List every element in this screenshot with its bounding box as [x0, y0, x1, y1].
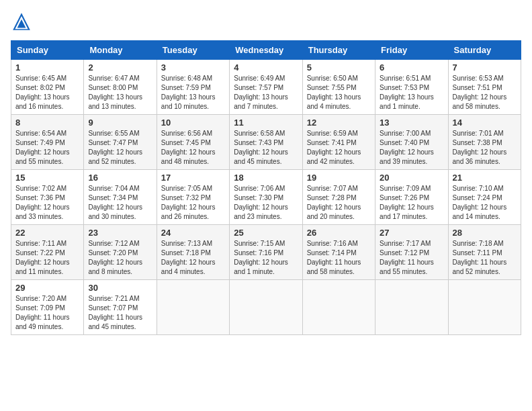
day-detail: Sunrise: 7:21 AM Sunset: 7:07 PM Dayligh…	[88, 294, 152, 332]
day-detail: Sunrise: 7:15 AM Sunset: 7:16 PM Dayligh…	[234, 239, 298, 277]
calendar: SundayMondayTuesdayWednesdayThursdayFrid…	[11, 40, 521, 335]
day-detail: Sunrise: 6:51 AM Sunset: 7:53 PM Dayligh…	[380, 74, 443, 111]
day-number: 2	[88, 62, 152, 73]
calendar-cell: 12Sunrise: 6:59 AM Sunset: 7:41 PM Dayli…	[302, 115, 375, 170]
day-detail: Sunrise: 7:10 AM Sunset: 7:24 PM Dayligh…	[453, 184, 517, 222]
calendar-cell: 20Sunrise: 7:09 AM Sunset: 7:26 PM Dayli…	[375, 170, 448, 225]
day-number: 6	[380, 62, 443, 73]
calendar-cell: 22Sunrise: 7:11 AM Sunset: 7:22 PM Dayli…	[11, 225, 84, 280]
day-detail: Sunrise: 6:55 AM Sunset: 7:47 PM Dayligh…	[88, 129, 152, 167]
calendar-cell: 7Sunrise: 6:53 AM Sunset: 7:51 PM Daylig…	[448, 60, 521, 115]
day-detail: Sunrise: 7:17 AM Sunset: 7:12 PM Dayligh…	[380, 239, 443, 277]
day-detail: Sunrise: 6:54 AM Sunset: 7:49 PM Dayligh…	[15, 129, 79, 167]
day-detail: Sunrise: 7:07 AM Sunset: 7:28 PM Dayligh…	[307, 184, 371, 222]
day-detail: Sunrise: 7:13 AM Sunset: 7:18 PM Dayligh…	[161, 239, 225, 277]
page-header	[11, 11, 521, 32]
week-row: 8Sunrise: 6:54 AM Sunset: 7:49 PM Daylig…	[11, 115, 521, 170]
column-header-thursday: Thursday	[302, 41, 375, 60]
day-detail: Sunrise: 7:04 AM Sunset: 7:34 PM Dayligh…	[88, 184, 152, 222]
day-detail: Sunrise: 6:59 AM Sunset: 7:41 PM Dayligh…	[307, 129, 371, 167]
calendar-cell: 15Sunrise: 7:02 AM Sunset: 7:36 PM Dayli…	[11, 170, 84, 225]
day-number: 24	[161, 228, 225, 238]
day-number: 29	[15, 283, 79, 293]
calendar-cell	[448, 280, 521, 335]
day-number: 22	[15, 228, 79, 238]
day-number: 25	[234, 228, 298, 238]
calendar-cell: 19Sunrise: 7:07 AM Sunset: 7:28 PM Dayli…	[302, 170, 375, 225]
day-number: 23	[88, 228, 152, 238]
logo	[11, 11, 35, 32]
calendar-cell: 11Sunrise: 6:58 AM Sunset: 7:43 PM Dayli…	[230, 115, 302, 170]
day-detail: Sunrise: 7:16 AM Sunset: 7:14 PM Dayligh…	[307, 239, 371, 277]
day-detail: Sunrise: 7:05 AM Sunset: 7:32 PM Dayligh…	[161, 184, 225, 222]
calendar-cell: 21Sunrise: 7:10 AM Sunset: 7:24 PM Dayli…	[448, 170, 521, 225]
day-number: 12	[307, 118, 371, 128]
week-row: 29Sunrise: 7:20 AM Sunset: 7:09 PM Dayli…	[11, 280, 521, 335]
calendar-cell: 25Sunrise: 7:15 AM Sunset: 7:16 PM Dayli…	[230, 225, 302, 280]
calendar-cell: 24Sunrise: 7:13 AM Sunset: 7:18 PM Dayli…	[157, 225, 229, 280]
day-number: 16	[88, 173, 152, 183]
calendar-cell: 13Sunrise: 7:00 AM Sunset: 7:40 PM Dayli…	[375, 115, 448, 170]
calendar-cell: 29Sunrise: 7:20 AM Sunset: 7:09 PM Dayli…	[11, 280, 84, 335]
calendar-cell: 2Sunrise: 6:47 AM Sunset: 8:00 PM Daylig…	[84, 60, 157, 115]
logo-icon	[11, 11, 32, 32]
calendar-cell: 30Sunrise: 7:21 AM Sunset: 7:07 PM Dayli…	[84, 280, 157, 335]
day-number: 19	[307, 173, 371, 183]
calendar-cell	[375, 280, 448, 335]
day-number: 4	[234, 62, 298, 73]
calendar-cell: 3Sunrise: 6:48 AM Sunset: 7:59 PM Daylig…	[157, 60, 229, 115]
day-number: 5	[307, 62, 371, 73]
day-number: 27	[380, 228, 443, 238]
calendar-cell: 27Sunrise: 7:17 AM Sunset: 7:12 PM Dayli…	[375, 225, 448, 280]
day-detail: Sunrise: 7:00 AM Sunset: 7:40 PM Dayligh…	[380, 129, 443, 167]
day-detail: Sunrise: 6:45 AM Sunset: 8:02 PM Dayligh…	[15, 74, 79, 111]
day-number: 20	[380, 173, 443, 183]
column-header-sunday: Sunday	[11, 41, 84, 60]
calendar-cell: 18Sunrise: 7:06 AM Sunset: 7:30 PM Dayli…	[230, 170, 302, 225]
day-number: 14	[453, 118, 517, 128]
day-number: 13	[380, 118, 443, 128]
day-detail: Sunrise: 6:49 AM Sunset: 7:57 PM Dayligh…	[234, 74, 298, 111]
calendar-cell: 5Sunrise: 6:50 AM Sunset: 7:55 PM Daylig…	[302, 60, 375, 115]
day-number: 11	[234, 118, 298, 128]
calendar-cell: 6Sunrise: 6:51 AM Sunset: 7:53 PM Daylig…	[375, 60, 448, 115]
day-detail: Sunrise: 7:20 AM Sunset: 7:09 PM Dayligh…	[15, 294, 79, 332]
calendar-cell: 10Sunrise: 6:56 AM Sunset: 7:45 PM Dayli…	[157, 115, 229, 170]
day-number: 18	[234, 173, 298, 183]
calendar-cell	[230, 280, 302, 335]
week-row: 1Sunrise: 6:45 AM Sunset: 8:02 PM Daylig…	[11, 60, 521, 115]
calendar-cell: 16Sunrise: 7:04 AM Sunset: 7:34 PM Dayli…	[84, 170, 157, 225]
day-detail: Sunrise: 7:01 AM Sunset: 7:38 PM Dayligh…	[453, 129, 517, 167]
calendar-cell: 26Sunrise: 7:16 AM Sunset: 7:14 PM Dayli…	[302, 225, 375, 280]
day-number: 21	[453, 173, 517, 183]
day-detail: Sunrise: 6:48 AM Sunset: 7:59 PM Dayligh…	[161, 74, 225, 111]
day-number: 1	[15, 62, 79, 73]
calendar-cell: 28Sunrise: 7:18 AM Sunset: 7:11 PM Dayli…	[448, 225, 521, 280]
day-detail: Sunrise: 7:09 AM Sunset: 7:26 PM Dayligh…	[380, 184, 443, 222]
day-detail: Sunrise: 7:11 AM Sunset: 7:22 PM Dayligh…	[15, 239, 79, 277]
week-row: 15Sunrise: 7:02 AM Sunset: 7:36 PM Dayli…	[11, 170, 521, 225]
column-header-saturday: Saturday	[448, 41, 521, 60]
column-header-wednesday: Wednesday	[230, 41, 302, 60]
day-number: 7	[453, 62, 517, 73]
day-number: 3	[161, 62, 225, 73]
day-number: 28	[453, 228, 517, 238]
day-number: 9	[88, 118, 152, 128]
calendar-cell: 14Sunrise: 7:01 AM Sunset: 7:38 PM Dayli…	[448, 115, 521, 170]
day-detail: Sunrise: 6:47 AM Sunset: 8:00 PM Dayligh…	[88, 74, 152, 111]
column-header-friday: Friday	[375, 41, 448, 60]
day-number: 8	[15, 118, 79, 128]
day-detail: Sunrise: 7:18 AM Sunset: 7:11 PM Dayligh…	[453, 239, 517, 277]
day-number: 15	[15, 173, 79, 183]
day-number: 30	[88, 283, 152, 293]
day-detail: Sunrise: 6:58 AM Sunset: 7:43 PM Dayligh…	[234, 129, 298, 167]
calendar-cell: 1Sunrise: 6:45 AM Sunset: 8:02 PM Daylig…	[11, 60, 84, 115]
day-number: 10	[161, 118, 225, 128]
column-header-tuesday: Tuesday	[157, 41, 229, 60]
day-number: 17	[161, 173, 225, 183]
week-row: 22Sunrise: 7:11 AM Sunset: 7:22 PM Dayli…	[11, 225, 521, 280]
calendar-cell	[302, 280, 375, 335]
calendar-cell: 17Sunrise: 7:05 AM Sunset: 7:32 PM Dayli…	[157, 170, 229, 225]
day-detail: Sunrise: 6:56 AM Sunset: 7:45 PM Dayligh…	[161, 129, 225, 167]
column-header-monday: Monday	[84, 41, 157, 60]
